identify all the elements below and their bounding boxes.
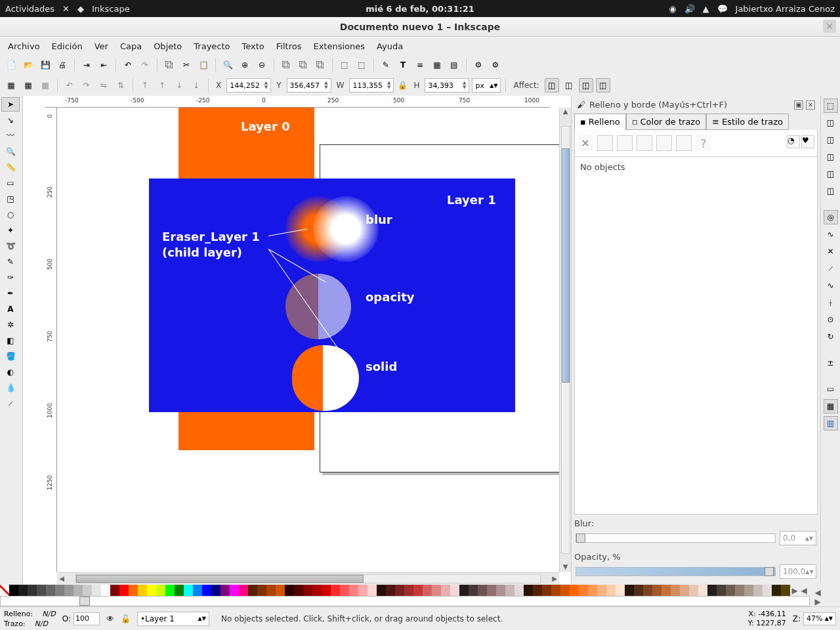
selector-tool[interactable]: ➤	[1, 97, 20, 112]
deselect-button[interactable]: ▦	[38, 78, 52, 93]
snap-line-mid-button[interactable]: ⟊	[824, 295, 838, 310]
swatch[interactable]	[496, 585, 505, 596]
zoom-draw-button[interactable]: ⊕	[238, 58, 252, 72]
swatch[interactable]	[441, 585, 450, 596]
cut-button[interactable]: ✂	[179, 58, 194, 72]
swatch[interactable]	[652, 585, 662, 596]
swatch[interactable]	[487, 585, 496, 596]
swatch[interactable]	[83, 585, 92, 596]
opacity-value-input[interactable]: 100,0▲▼	[780, 564, 816, 579]
select-layers-button[interactable]: ▦	[21, 78, 35, 93]
tab-stroke-style[interactable]: ≡Estilo de trazo	[706, 114, 789, 130]
swatch[interactable]	[358, 585, 368, 596]
affect-pattern-button[interactable]: ◫	[596, 78, 610, 93]
bucket-tool[interactable]: 🪣	[1, 349, 20, 364]
swatch[interactable]	[74, 585, 83, 596]
dropper-tool[interactable]: 💧	[1, 381, 20, 395]
snap-smooth-button[interactable]: ∿	[824, 278, 838, 293]
swatch[interactable]	[560, 585, 570, 596]
swatch[interactable]	[294, 585, 303, 596]
connector-tool[interactable]: ⟋	[1, 396, 20, 411]
swatch[interactable]	[230, 585, 239, 596]
swatch[interactable]	[138, 585, 147, 596]
swatch[interactable]	[524, 585, 533, 596]
3dbox-tool[interactable]: ◳	[1, 192, 20, 206]
swatch[interactable]	[469, 585, 478, 596]
snap-rotation-button[interactable]: ↻	[824, 329, 838, 344]
swatch[interactable]	[423, 585, 432, 596]
swatch[interactable]	[322, 585, 331, 596]
dup-button[interactable]: ⿻	[279, 58, 293, 72]
snap-cusp-button[interactable]: ⟋	[824, 261, 838, 276]
palette-menu[interactable]: ◀	[799, 585, 808, 596]
zoom-tool[interactable]: 🔍	[1, 144, 20, 159]
x-input[interactable]: 144,252▲▼	[226, 78, 271, 93]
export-button[interactable]: ⇤	[96, 58, 111, 72]
swatch[interactable]	[303, 585, 312, 596]
palette-scroll-arrows[interactable]: ◀ ▶	[811, 588, 824, 606]
blur-value-input[interactable]: 0,0▲▼	[780, 531, 816, 545]
tab-fill[interactable]: ▪Relleno	[574, 114, 626, 130]
panel-close-button[interactable]: ✕	[806, 100, 815, 110]
xml-button[interactable]: ≡	[413, 58, 427, 72]
unit-select[interactable]: px▲▼	[472, 78, 501, 93]
snap-guide-button[interactable]: ▥	[824, 416, 838, 430]
swatch[interactable]	[156, 585, 165, 596]
swatch[interactable]	[110, 585, 119, 596]
rot-cw-button[interactable]: ↷	[79, 78, 94, 93]
snap-path-button[interactable]: ∿	[824, 227, 838, 242]
snap-intersect-button[interactable]: ✕	[824, 244, 838, 259]
fill-rule-nonzero[interactable]: ♥	[801, 135, 814, 148]
fill-stroke-indicator[interactable]: Relleno: N/D Trazo: N/D	[4, 610, 56, 628]
panel-min-button[interactable]: ▣	[794, 100, 803, 110]
swatch[interactable]	[257, 585, 266, 596]
redo-button[interactable]: ↷	[138, 58, 152, 72]
swatch[interactable]	[753, 585, 763, 596]
zoom-sel-button[interactable]: 🔍	[220, 58, 235, 72]
opacity-quick[interactable]: O:	[62, 612, 100, 625]
snap-midpoint-button[interactable]: ◫	[824, 167, 838, 181]
close-icon[interactable]: ✕	[62, 4, 70, 14]
swatch[interactable]	[450, 585, 459, 596]
menu-edicion[interactable]: Edición	[47, 39, 88, 54]
scrollbar-vertical[interactable]: ▲▼	[559, 108, 571, 572]
zoom-page-button[interactable]: ⊖	[255, 58, 269, 72]
swatch[interactable]	[671, 585, 680, 596]
menu-filtros[interactable]: Filtros	[271, 39, 307, 54]
swatch[interactable]	[119, 585, 129, 596]
eraser-tool[interactable]: ◧	[1, 333, 20, 348]
swatch[interactable]	[193, 585, 202, 596]
swatch[interactable]	[129, 585, 138, 596]
swatch[interactable]	[606, 585, 616, 596]
save-button[interactable]: 💾	[38, 58, 52, 72]
swatch[interactable]	[625, 585, 634, 596]
affect-stroke-button[interactable]: ◫	[545, 78, 559, 93]
paint-radial-button[interactable]	[637, 135, 652, 151]
menu-capa[interactable]: Capa	[115, 39, 147, 54]
ellipse-tool[interactable]: ○	[1, 207, 20, 222]
measure-tool[interactable]: 📏	[1, 160, 20, 175]
swatch[interactable]	[514, 585, 524, 596]
swatch[interactable]	[588, 585, 597, 596]
gradient-tool[interactable]: ◐	[1, 365, 20, 379]
bezier-tool[interactable]: ✑	[1, 270, 20, 285]
visibility-icon[interactable]: 👁	[106, 614, 114, 623]
ungroup-button[interactable]: ⬚	[354, 58, 369, 72]
paint-swatch-button[interactable]	[676, 135, 692, 151]
swatch[interactable]	[662, 585, 671, 596]
snap-page-button[interactable]: ▭	[824, 382, 838, 396]
raise-button[interactable]: ↑	[155, 78, 169, 93]
menu-ayuda[interactable]: Ayuda	[371, 39, 408, 54]
swatch[interactable]	[55, 585, 64, 596]
paint-pattern-button[interactable]	[656, 135, 672, 151]
snap-object-center-button[interactable]: ⊙	[824, 312, 838, 327]
palette-scrollbar[interactable]	[0, 596, 810, 606]
swatch[interactable]	[285, 585, 294, 596]
swatch[interactable]	[92, 585, 101, 596]
swatch[interactable]	[175, 585, 184, 596]
swatch[interactable]	[735, 585, 744, 596]
undo-button[interactable]: ↶	[121, 58, 135, 72]
lower-bottom-button[interactable]: ⤓	[189, 78, 203, 93]
prefs-button[interactable]: ⚙	[471, 58, 486, 72]
paste-button[interactable]: 📋	[196, 58, 211, 72]
